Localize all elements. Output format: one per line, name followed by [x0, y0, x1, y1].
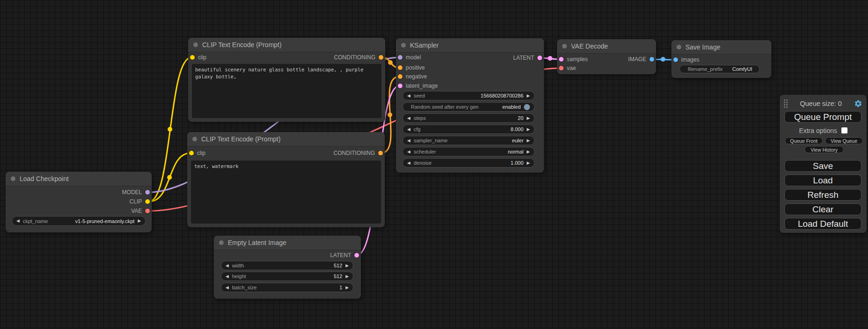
increment-arrow-icon[interactable]: ▶: [527, 161, 530, 165]
positive-input-dot[interactable]: [398, 65, 402, 70]
increment-arrow-icon[interactable]: ▶: [346, 274, 349, 279]
toggle-circle-icon[interactable]: [524, 104, 530, 110]
node-title-bar[interactable]: CLIP Text Encode (Prompt): [188, 38, 385, 52]
model-input-dot[interactable]: [398, 55, 402, 60]
node-title-bar[interactable]: KSampler: [396, 38, 544, 53]
random-seed-toggle-widget[interactable]: Random seed after every gen enabled: [402, 102, 535, 112]
increment-arrow-icon[interactable]: ▶: [346, 286, 349, 290]
decrement-arrow-icon[interactable]: ◀: [407, 150, 410, 154]
steps-widget[interactable]: ◀ steps 20 ▶: [402, 113, 535, 123]
decrement-arrow-icon[interactable]: ◀: [226, 274, 229, 279]
load-button[interactable]: Load: [784, 175, 861, 186]
model-output-dot[interactable]: [145, 190, 150, 195]
collapse-dot-icon[interactable]: [219, 240, 224, 245]
cfg-widget[interactable]: ◀ cfg 8.000 ▶: [402, 125, 535, 134]
load-default-button[interactable]: Load Default: [784, 218, 861, 230]
clip-input-dot[interactable]: [190, 55, 195, 60]
negative-prompt-textarea[interactable]: text, watermark: [191, 161, 381, 224]
latent-output-dot[interactable]: [537, 56, 542, 60]
clear-button[interactable]: Clear: [784, 203, 861, 215]
drag-handle-icon[interactable]: [784, 99, 788, 108]
increment-arrow-icon[interactable]: ▶: [527, 127, 530, 132]
input-slot-model[interactable]: model: [398, 54, 421, 61]
decrement-arrow-icon[interactable]: ◀: [407, 127, 410, 132]
collapse-dot-icon[interactable]: [11, 176, 15, 181]
decrement-arrow-icon[interactable]: ◀: [226, 264, 229, 268]
images-input-dot[interactable]: [673, 57, 678, 62]
refresh-button[interactable]: Refresh: [784, 189, 861, 201]
sampler-name-widget[interactable]: ◀ sampler_name euler ▶: [402, 136, 535, 145]
input-slot-vae[interactable]: vae: [559, 64, 576, 72]
seed-widget[interactable]: ◀ seed 156680208700286 ▶: [402, 91, 535, 100]
node-load-checkpoint[interactable]: Load Checkpoint MODEL CLIP VAE ◀ ckpt_na…: [6, 172, 152, 232]
save-button[interactable]: Save: [784, 160, 861, 172]
decrement-arrow-icon[interactable]: ◀: [407, 116, 410, 120]
decrement-arrow-icon[interactable]: ◀: [407, 139, 410, 143]
negative-input-dot[interactable]: [398, 74, 402, 79]
batch-size-widget[interactable]: ◀ batch_size 1 ▶: [221, 283, 353, 292]
output-slot-vae[interactable]: VAE: [131, 207, 150, 215]
input-slot-negative[interactable]: negative: [398, 73, 427, 80]
queue-prompt-button[interactable]: Queue Prompt: [784, 111, 861, 123]
node-vae-decode[interactable]: VAE Decode samples vae IMAGE: [557, 39, 656, 74]
decrement-arrow-icon[interactable]: ◀: [16, 219, 20, 223]
collapse-dot-icon[interactable]: [562, 44, 567, 49]
latent-input-dot[interactable]: [398, 84, 402, 88]
increment-arrow-icon[interactable]: ▶: [527, 139, 530, 143]
output-slot-latent[interactable]: LATENT: [330, 252, 359, 259]
node-title-bar[interactable]: CLIP Text Encode (Prompt): [187, 132, 385, 147]
increment-arrow-icon[interactable]: ▶: [138, 219, 141, 223]
view-queue-button[interactable]: View Queue: [825, 137, 863, 144]
node-empty-latent-image[interactable]: Empty Latent Image LATENT ◀ width 512 ▶ …: [214, 236, 361, 299]
input-slot-clip[interactable]: clip: [190, 54, 206, 61]
decrement-arrow-icon[interactable]: ◀: [407, 161, 410, 165]
collapse-dot-icon[interactable]: [192, 137, 197, 141]
collapse-dot-icon[interactable]: [193, 42, 198, 47]
conditioning-output-dot[interactable]: [379, 55, 383, 60]
extra-options-checkbox[interactable]: [841, 127, 847, 133]
input-slot-clip[interactable]: clip: [189, 149, 205, 157]
input-slot-latent-image[interactable]: latent_image: [398, 82, 438, 90]
increment-arrow-icon[interactable]: ▶: [527, 94, 530, 98]
positive-prompt-textarea[interactable]: beautiful scenery nature glass bottle la…: [192, 64, 381, 118]
denoise-widget[interactable]: ◀ denoise 1.000 ▶: [402, 158, 535, 168]
output-slot-model[interactable]: MODEL: [122, 189, 150, 196]
decrement-arrow-icon[interactable]: ◀: [226, 286, 229, 290]
input-slot-samples[interactable]: samples: [559, 56, 588, 63]
output-slot-image[interactable]: IMAGE: [628, 56, 654, 63]
height-widget[interactable]: ◀ height 512 ▶: [221, 272, 353, 281]
vae-input-dot[interactable]: [559, 66, 564, 70]
samples-input-dot[interactable]: [559, 57, 564, 62]
node-title-bar[interactable]: Load Checkpoint: [6, 172, 152, 186]
latent-output-dot[interactable]: [354, 253, 359, 258]
scheduler-widget[interactable]: ◀ scheduler normal ▶: [402, 147, 535, 156]
clip-output-dot[interactable]: [145, 199, 150, 204]
clip-input-dot[interactable]: [189, 151, 194, 155]
view-history-button[interactable]: View History: [804, 146, 844, 153]
node-title-bar[interactable]: VAE Decode: [557, 39, 656, 54]
vae-output-dot[interactable]: [145, 209, 150, 213]
increment-arrow-icon[interactable]: ▶: [346, 264, 349, 268]
conditioning-output-dot[interactable]: [378, 151, 383, 155]
collapse-dot-icon[interactable]: [677, 45, 681, 49]
node-title-bar[interactable]: Empty Latent Image: [214, 236, 361, 250]
output-slot-latent[interactable]: LATENT: [513, 54, 542, 62]
node-save-image[interactable]: Save Image images filename_prefix ComfyU…: [671, 40, 771, 78]
input-slot-positive[interactable]: positive: [398, 64, 425, 71]
output-slot-clip[interactable]: CLIP: [129, 198, 150, 205]
filename-prefix-widget[interactable]: filename_prefix ComfyUI: [679, 65, 760, 73]
decrement-arrow-icon[interactable]: ◀: [407, 94, 410, 98]
increment-arrow-icon[interactable]: ▶: [527, 150, 530, 154]
collapse-dot-icon[interactable]: [401, 43, 406, 48]
increment-arrow-icon[interactable]: ▶: [527, 116, 530, 120]
node-ksampler[interactable]: KSampler model positive negative latent_…: [396, 38, 544, 173]
queue-front-button[interactable]: Queue Front: [785, 137, 823, 144]
output-slot-conditioning[interactable]: CONDITIONING: [334, 54, 383, 61]
ckpt-name-widget[interactable]: ◀ ckpt_name v1-5-pruned-emaonly.ckpt ▶: [12, 216, 146, 226]
node-clip-text-encode-positive[interactable]: CLIP Text Encode (Prompt) clip CONDITION…: [188, 38, 385, 122]
width-widget[interactable]: ◀ width 512 ▶: [221, 261, 353, 270]
settings-gear-icon[interactable]: [854, 99, 862, 108]
node-clip-text-encode-negative[interactable]: CLIP Text Encode (Prompt) clip CONDITION…: [187, 132, 385, 227]
comfyui-canvas[interactable]: { "colors": { "model": "#B39DDB", "clip"…: [0, 0, 868, 329]
input-slot-images[interactable]: images: [673, 56, 699, 63]
